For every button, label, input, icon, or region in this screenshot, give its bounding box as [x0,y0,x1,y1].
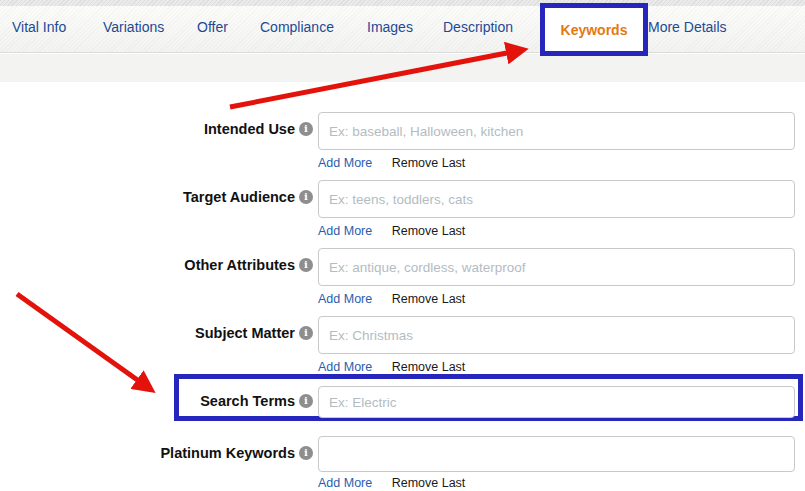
intended-use-label: Intended Use [0,121,295,137]
search-terms-input[interactable] [318,386,795,418]
add-more-link[interactable]: Add More [318,360,372,374]
tab-images[interactable]: Images [367,19,413,35]
target-audience-label: Target Audience [0,189,295,205]
sub-header-band [0,54,805,82]
info-icon[interactable]: i [299,326,313,340]
keywords-tab-highlight-box: Keywords [540,3,648,56]
row-links: Add More Remove Last [318,292,465,306]
remove-last-link[interactable]: Remove Last [392,292,466,306]
row-links: Add More Remove Last [318,360,465,374]
row-links: Add More Remove Last [318,476,465,490]
remove-last-link[interactable]: Remove Last [392,224,466,238]
add-more-link[interactable]: Add More [318,292,372,306]
tab-description[interactable]: Description [443,19,513,35]
target-audience-input[interactable] [318,180,795,218]
remove-last-link[interactable]: Remove Last [392,360,466,374]
tab-offer[interactable]: Offer [197,19,228,35]
row-links: Add More Remove Last [318,156,465,170]
add-more-link[interactable]: Add More [318,476,372,490]
subject-matter-input[interactable] [318,316,795,354]
tab-bar: Vital Info Variations Offer Compliance I… [0,6,805,53]
remove-last-link[interactable]: Remove Last [392,476,466,490]
remove-last-link[interactable]: Remove Last [392,156,466,170]
add-more-link[interactable]: Add More [318,224,372,238]
info-icon[interactable]: i [299,190,313,204]
tab-keywords[interactable]: Keywords [561,22,628,38]
info-icon[interactable]: i [299,446,313,460]
subject-matter-label: Subject Matter [0,325,295,341]
info-icon[interactable]: i [299,122,313,136]
search-terms-label: Search Terms [0,393,295,409]
intended-use-input[interactable] [318,112,795,150]
tab-compliance[interactable]: Compliance [260,19,334,35]
tab-vital-info[interactable]: Vital Info [12,19,66,35]
info-icon[interactable]: i [299,394,313,408]
other-attributes-input[interactable] [318,248,795,286]
keywords-form: Intended Use i Add More Remove Last Targ… [0,82,805,491]
platinum-keywords-input[interactable] [318,436,795,472]
add-more-link[interactable]: Add More [318,156,372,170]
platinum-keywords-label: Platinum Keywords [0,445,295,461]
tab-variations[interactable]: Variations [103,19,164,35]
other-attributes-label: Other Attributes [0,257,295,273]
product-edit-page: Vital Info Variations Offer Compliance I… [0,0,805,491]
tab-more-details[interactable]: More Details [648,19,727,35]
row-links: Add More Remove Last [318,224,465,238]
info-icon[interactable]: i [299,258,313,272]
